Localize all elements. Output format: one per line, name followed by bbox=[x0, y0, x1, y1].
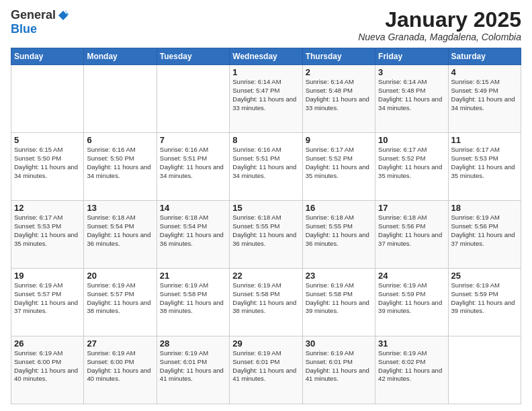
table-row: 25Sunrise: 6:19 AM Sunset: 5:59 PM Dayli… bbox=[448, 269, 521, 336]
table-row: 31Sunrise: 6:19 AM Sunset: 6:02 PM Dayli… bbox=[375, 336, 448, 404]
table-row: 11Sunrise: 6:17 AM Sunset: 5:53 PM Dayli… bbox=[448, 133, 521, 201]
day-number: 28 bbox=[160, 338, 226, 349]
day-info: Sunrise: 6:19 AM Sunset: 5:59 PM Dayligh… bbox=[451, 281, 518, 316]
table-row: 1Sunrise: 6:14 AM Sunset: 5:47 PM Daylig… bbox=[230, 65, 302, 133]
table-row: 3Sunrise: 6:14 AM Sunset: 5:48 PM Daylig… bbox=[375, 65, 448, 133]
table-row: 13Sunrise: 6:18 AM Sunset: 5:54 PM Dayli… bbox=[84, 201, 157, 269]
day-info: Sunrise: 6:19 AM Sunset: 5:56 PM Dayligh… bbox=[451, 214, 518, 248]
col-tuesday: Tuesday bbox=[157, 48, 229, 65]
logo-general-text: General bbox=[11, 8, 56, 22]
day-number: 13 bbox=[87, 203, 153, 213]
day-info: Sunrise: 6:18 AM Sunset: 5:56 PM Dayligh… bbox=[378, 214, 445, 248]
day-info: Sunrise: 6:19 AM Sunset: 5:57 PM Dayligh… bbox=[14, 281, 81, 316]
table-row: 5Sunrise: 6:15 AM Sunset: 5:50 PM Daylig… bbox=[11, 133, 84, 201]
day-info: Sunrise: 6:18 AM Sunset: 5:55 PM Dayligh… bbox=[232, 214, 299, 248]
table-row: 26Sunrise: 6:19 AM Sunset: 6:00 PM Dayli… bbox=[11, 336, 84, 404]
calendar-week-row: 12Sunrise: 6:17 AM Sunset: 5:53 PM Dayli… bbox=[11, 201, 521, 269]
day-number: 29 bbox=[232, 338, 299, 349]
day-info: Sunrise: 6:19 AM Sunset: 5:58 PM Dayligh… bbox=[232, 281, 299, 316]
header: General Blue January 2025 Nueva Granada,… bbox=[11, 8, 521, 42]
table-row: 17Sunrise: 6:18 AM Sunset: 5:56 PM Dayli… bbox=[375, 201, 448, 269]
day-info: Sunrise: 6:17 AM Sunset: 5:53 PM Dayligh… bbox=[451, 146, 518, 180]
day-number: 10 bbox=[378, 135, 445, 145]
calendar-week-row: 5Sunrise: 6:15 AM Sunset: 5:50 PM Daylig… bbox=[11, 133, 521, 201]
table-row: 2Sunrise: 6:14 AM Sunset: 5:48 PM Daylig… bbox=[302, 65, 375, 133]
table-row: 20Sunrise: 6:19 AM Sunset: 5:57 PM Dayli… bbox=[84, 269, 157, 336]
location: Nueva Granada, Magdalena, Colombia bbox=[358, 32, 521, 42]
day-number: 30 bbox=[306, 338, 372, 349]
day-number: 24 bbox=[378, 271, 445, 281]
col-monday: Monday bbox=[84, 48, 157, 65]
day-info: Sunrise: 6:17 AM Sunset: 5:52 PM Dayligh… bbox=[306, 146, 372, 180]
table-row: 12Sunrise: 6:17 AM Sunset: 5:53 PM Dayli… bbox=[11, 201, 84, 269]
day-info: Sunrise: 6:19 AM Sunset: 6:00 PM Dayligh… bbox=[14, 349, 81, 383]
day-number: 2 bbox=[306, 67, 372, 77]
day-info: Sunrise: 6:15 AM Sunset: 5:50 PM Dayligh… bbox=[14, 146, 81, 180]
calendar-header-row: Sunday Monday Tuesday Wednesday Thursday… bbox=[11, 48, 521, 65]
svg-marker-0 bbox=[58, 11, 68, 20]
day-number: 11 bbox=[451, 135, 518, 145]
table-row: 6Sunrise: 6:16 AM Sunset: 5:50 PM Daylig… bbox=[84, 133, 157, 201]
day-number: 25 bbox=[451, 271, 518, 281]
day-number: 20 bbox=[87, 271, 153, 281]
day-number: 19 bbox=[14, 271, 81, 281]
table-row: 15Sunrise: 6:18 AM Sunset: 5:55 PM Dayli… bbox=[230, 201, 302, 269]
table-row bbox=[157, 65, 229, 133]
day-info: Sunrise: 6:19 AM Sunset: 5:58 PM Dayligh… bbox=[160, 281, 226, 316]
day-number: 31 bbox=[378, 338, 445, 349]
table-row: 10Sunrise: 6:17 AM Sunset: 5:52 PM Dayli… bbox=[375, 133, 448, 201]
table-row: 4Sunrise: 6:15 AM Sunset: 5:49 PM Daylig… bbox=[448, 65, 521, 133]
col-sunday: Sunday bbox=[11, 48, 84, 65]
day-number: 27 bbox=[87, 338, 153, 349]
day-number: 26 bbox=[14, 338, 81, 349]
day-number: 14 bbox=[160, 203, 226, 213]
day-info: Sunrise: 6:19 AM Sunset: 5:58 PM Dayligh… bbox=[306, 281, 372, 316]
calendar-week-row: 1Sunrise: 6:14 AM Sunset: 5:47 PM Daylig… bbox=[11, 65, 521, 133]
table-row bbox=[11, 65, 84, 133]
day-info: Sunrise: 6:19 AM Sunset: 6:01 PM Dayligh… bbox=[232, 349, 299, 383]
table-row: 30Sunrise: 6:19 AM Sunset: 6:01 PM Dayli… bbox=[302, 336, 375, 404]
day-info: Sunrise: 6:18 AM Sunset: 5:55 PM Dayligh… bbox=[306, 214, 372, 248]
col-friday: Friday bbox=[375, 48, 448, 65]
day-info: Sunrise: 6:18 AM Sunset: 5:54 PM Dayligh… bbox=[87, 214, 153, 248]
day-info: Sunrise: 6:19 AM Sunset: 5:57 PM Dayligh… bbox=[87, 281, 153, 316]
day-info: Sunrise: 6:15 AM Sunset: 5:49 PM Dayligh… bbox=[451, 78, 518, 112]
day-number: 23 bbox=[306, 271, 372, 281]
day-info: Sunrise: 6:16 AM Sunset: 5:51 PM Dayligh… bbox=[232, 146, 299, 180]
col-thursday: Thursday bbox=[302, 48, 375, 65]
day-number: 16 bbox=[306, 203, 372, 213]
day-info: Sunrise: 6:16 AM Sunset: 5:50 PM Dayligh… bbox=[87, 146, 153, 180]
table-row: 19Sunrise: 6:19 AM Sunset: 5:57 PM Dayli… bbox=[11, 269, 84, 336]
day-info: Sunrise: 6:19 AM Sunset: 6:01 PM Dayligh… bbox=[160, 349, 226, 383]
day-number: 17 bbox=[378, 203, 445, 213]
day-info: Sunrise: 6:14 AM Sunset: 5:47 PM Dayligh… bbox=[232, 78, 299, 112]
month-title: January 2025 bbox=[358, 8, 521, 32]
table-row: 27Sunrise: 6:19 AM Sunset: 6:00 PM Dayli… bbox=[84, 336, 157, 404]
table-row bbox=[448, 336, 521, 404]
day-number: 6 bbox=[87, 135, 153, 145]
day-number: 3 bbox=[378, 67, 445, 77]
col-saturday: Saturday bbox=[448, 48, 521, 65]
table-row: 18Sunrise: 6:19 AM Sunset: 5:56 PM Dayli… bbox=[448, 201, 521, 269]
col-wednesday: Wednesday bbox=[230, 48, 302, 65]
day-number: 21 bbox=[160, 271, 226, 281]
table-row: 8Sunrise: 6:16 AM Sunset: 5:51 PM Daylig… bbox=[230, 133, 302, 201]
day-number: 5 bbox=[14, 135, 81, 145]
table-row: 14Sunrise: 6:18 AM Sunset: 5:54 PM Dayli… bbox=[157, 201, 229, 269]
day-info: Sunrise: 6:14 AM Sunset: 5:48 PM Dayligh… bbox=[378, 78, 445, 112]
day-number: 4 bbox=[451, 67, 518, 77]
logo-icon bbox=[57, 9, 69, 21]
table-row: 23Sunrise: 6:19 AM Sunset: 5:58 PM Dayli… bbox=[302, 269, 375, 336]
table-row: 28Sunrise: 6:19 AM Sunset: 6:01 PM Dayli… bbox=[157, 336, 229, 404]
table-row: 29Sunrise: 6:19 AM Sunset: 6:01 PM Dayli… bbox=[230, 336, 302, 404]
day-info: Sunrise: 6:19 AM Sunset: 6:02 PM Dayligh… bbox=[378, 349, 445, 383]
day-info: Sunrise: 6:17 AM Sunset: 5:53 PM Dayligh… bbox=[14, 214, 81, 248]
day-number: 15 bbox=[232, 203, 299, 213]
header-right: January 2025 Nueva Granada, Magdalena, C… bbox=[358, 8, 521, 42]
day-number: 8 bbox=[232, 135, 299, 145]
table-row: 22Sunrise: 6:19 AM Sunset: 5:58 PM Dayli… bbox=[230, 269, 302, 336]
table-row bbox=[84, 65, 157, 133]
day-number: 9 bbox=[306, 135, 372, 145]
calendar-table: Sunday Monday Tuesday Wednesday Thursday… bbox=[11, 48, 521, 404]
day-info: Sunrise: 6:14 AM Sunset: 5:48 PM Dayligh… bbox=[306, 78, 372, 112]
